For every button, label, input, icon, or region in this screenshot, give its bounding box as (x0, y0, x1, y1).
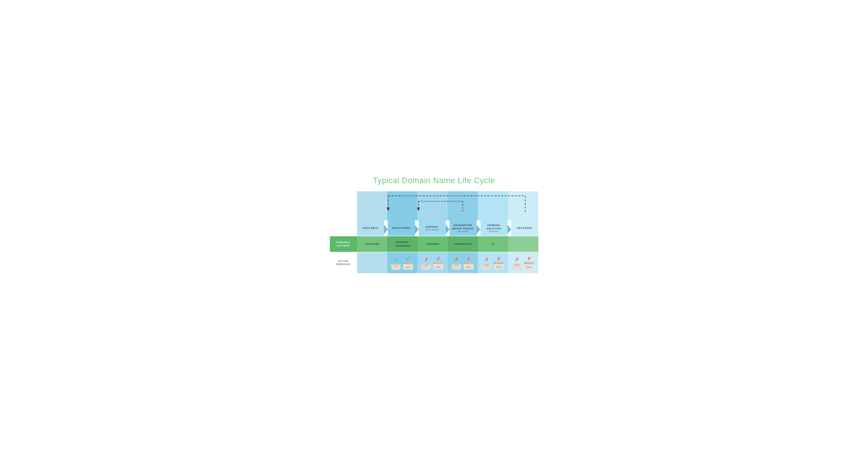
action-available-text: • REGISTER (365, 242, 379, 246)
phase-available-name: AVAILABLE (363, 226, 378, 230)
phase-pending-sub: (5 DAYS) (489, 230, 499, 232)
phase-expired: EXPIRED (0-30 DAYS) (419, 220, 446, 236)
action-expired: • RENEWAL (417, 236, 448, 252)
registered-web-icon: www. (403, 262, 413, 270)
action-redemption-text: • REDEMPTION (453, 242, 472, 246)
svg-point-56 (528, 262, 529, 263)
redemption-web-cross: ✗ (467, 256, 470, 262)
svg-point-24 (434, 262, 435, 263)
arrows-side-label (330, 191, 357, 220)
expired-email-cross: ✗ (424, 257, 428, 262)
phases-row: AVAILABLE REGISTERED EXPIRED (0-30 DAYS)… (330, 220, 538, 236)
action-pending-text: ∅ (492, 242, 494, 247)
service-registered: ✓ ✓ (387, 252, 417, 273)
service-pending: ✗ ✗ (478, 252, 508, 273)
phase-registered: REGISTERED (388, 220, 415, 236)
phases-side-label (330, 220, 357, 236)
svg-text:www.: www. (466, 266, 471, 268)
chevron-1 (384, 225, 388, 234)
actions-row: POSSIBLEACTIONS • REGISTER • RENEWAL• TR… (330, 236, 538, 252)
svg-point-25 (436, 262, 437, 263)
released-email-icon (512, 263, 522, 269)
svg-point-45 (496, 262, 497, 263)
svg-point-14 (404, 263, 405, 264)
services-label: ACTIVESERVICES (330, 252, 357, 273)
svg-point-16 (407, 263, 408, 264)
action-pending: ∅ (478, 236, 508, 252)
svg-point-46 (498, 262, 499, 263)
svg-point-44 (495, 262, 496, 263)
action-redemption: • REDEMPTION (448, 236, 478, 252)
pending-email-cross: ✗ (485, 257, 489, 262)
redemption-email-cross: ✗ (455, 257, 458, 262)
phase-registered-name: REGISTERED (392, 226, 410, 230)
svg-point-55 (526, 262, 528, 263)
pending-web-icon: www. (494, 262, 504, 269)
chevron-5 (507, 225, 511, 234)
svg-text:www.: www. (405, 266, 410, 268)
svg-point-54 (525, 262, 526, 263)
phase-released-name: RELEASED (517, 226, 532, 230)
phase-pending-name: PENDINGDELETION (487, 224, 501, 230)
svg-point-35 (466, 262, 467, 263)
arrows-row (330, 191, 538, 220)
svg-point-34 (465, 262, 466, 263)
expired-web-icon: www. (433, 262, 443, 269)
chevron-2 (415, 225, 419, 234)
phase-expired-name: EXPIRED (426, 225, 438, 229)
phase-pending: PENDINGDELETION (5 DAYS) (480, 220, 507, 236)
phase-released: RELEASED (511, 220, 538, 236)
chevron-3 (446, 225, 450, 234)
pending-web-cross: ✗ (497, 256, 501, 262)
redemption-web-icon: www. (464, 262, 473, 269)
chevron-4 (477, 225, 480, 234)
registered-email-icon (391, 263, 401, 270)
services-row: ACTIVESERVICES ✓ (330, 252, 538, 273)
svg-point-26 (437, 262, 438, 263)
svg-point-15 (406, 263, 407, 264)
redemption-email-icon (452, 263, 461, 269)
phase-redemption: REDEMPTIONGRACE PERIOD (30 DAYS) (450, 220, 477, 236)
phase-expired-sub: (0-30 DAYS) (426, 229, 438, 231)
expired-email-icon (422, 263, 431, 269)
page-title: Typical Domain Name Life Cycle (330, 176, 538, 185)
svg-marker-3 (387, 207, 390, 211)
phase-available: AVAILABLE (357, 220, 384, 236)
registered-email-check: ✓ (394, 256, 398, 263)
svg-text:www.: www. (436, 266, 440, 268)
action-registered-text: • RENEWAL• TRANSFER (394, 240, 410, 248)
actions-label: POSSIBLEACTIONS (330, 236, 357, 252)
lifecycle-diagram: AVAILABLE REGISTERED EXPIRED (0-30 DAYS)… (330, 191, 538, 273)
service-available (357, 252, 387, 273)
released-web-cross: ✗ (527, 256, 531, 262)
action-registered: • RENEWAL• TRANSFER (387, 236, 417, 252)
svg-text:www.: www. (496, 266, 501, 268)
action-expired-text: • RENEWAL (425, 242, 440, 246)
svg-text:www.: www. (526, 266, 531, 268)
action-available: • REGISTER (357, 236, 387, 252)
expired-web-cross: ✗ (436, 256, 440, 262)
released-email-cross: ✗ (515, 257, 519, 262)
released-web-icon: www. (524, 262, 534, 269)
service-expired: ✗ ✗ (417, 252, 448, 273)
svg-point-36 (467, 262, 468, 263)
svg-marker-7 (417, 207, 420, 211)
pending-email-icon (482, 263, 491, 269)
service-released: ✗ ✗ (508, 252, 538, 273)
phase-redemption-sub: (30 DAYS) (458, 230, 468, 232)
service-redemption: ✗ ✗ (448, 252, 478, 273)
svg-arrows-container (357, 191, 538, 220)
phase-redemption-name: REDEMPTIONGRACE PERIOD (452, 224, 474, 230)
registered-web-check: ✓ (406, 256, 410, 262)
action-released (508, 236, 538, 252)
dashed-arrows-svg (357, 191, 538, 220)
